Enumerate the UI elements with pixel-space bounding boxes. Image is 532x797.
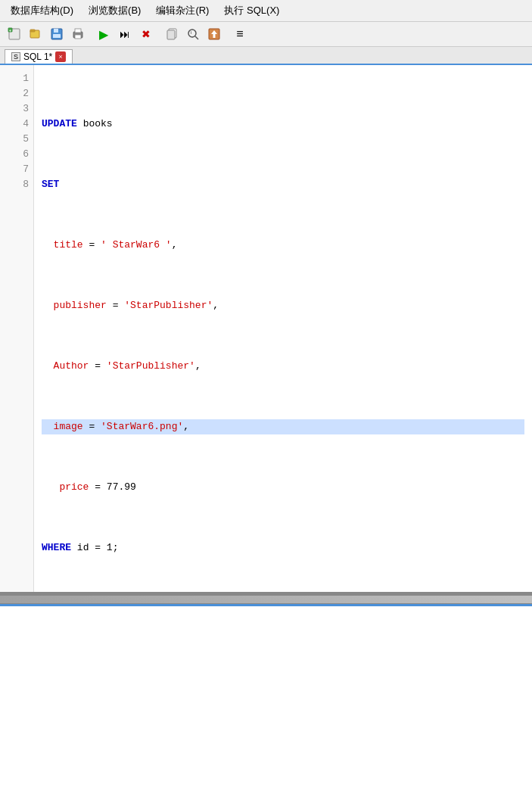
separator-3 [226, 25, 229, 43]
save-button[interactable] [47, 25, 67, 43]
line-num-7: 7 [5, 162, 29, 177]
step-button[interactable]: ⏭ [115, 25, 135, 43]
export-button[interactable] [204, 25, 224, 43]
export-icon [207, 27, 221, 41]
hamburger-icon: ≡ [236, 27, 243, 41]
menu-edit-annotation[interactable]: 编辑杂注(R) [148, 2, 216, 20]
svg-text:+: + [9, 28, 11, 33]
sql-tab-label: SQL 1* [23, 51, 52, 62]
editor-area: 1 2 3 4 5 6 7 8 UPDATE books SET title =… [0, 65, 532, 595]
toolbar: + ▶ ⏭ ✖ [0, 22, 532, 47]
line-num-6: 6 [5, 147, 29, 162]
save-icon [50, 27, 64, 41]
new-db-button[interactable]: + [5, 25, 24, 43]
step-icon: ⏭ [120, 28, 130, 40]
print-icon [71, 27, 85, 41]
search-button[interactable] [183, 25, 203, 43]
code-line-3: title = ' StarWar6 ', [42, 238, 524, 253]
separator-2 [157, 25, 160, 43]
svg-line-15 [195, 36, 198, 39]
code-editor[interactable]: UPDATE books SET title = ' StarWar6 ', p… [34, 65, 532, 592]
svg-rect-8 [53, 34, 61, 38]
line-num-3: 3 [5, 101, 29, 117]
svg-rect-10 [75, 29, 81, 33]
search-icon [186, 27, 200, 41]
sql-tab-1[interactable]: S SQL 1* × [5, 49, 73, 64]
code-line-8: WHERE id = 1; [42, 540, 524, 556]
menu-execute-sql[interactable]: 执行 SQL(X) [216, 2, 287, 20]
run-icon: ▶ [99, 27, 108, 42]
open-icon [29, 27, 42, 41]
line-numbers: 1 2 3 4 5 6 7 8 [0, 65, 34, 592]
separator-1 [89, 25, 92, 43]
menu-button[interactable]: ≡ [230, 25, 250, 43]
run-button[interactable]: ▶ [94, 25, 114, 43]
print-button[interactable] [68, 25, 88, 43]
sql-tab-icon: S [11, 52, 20, 61]
code-line-6: image = 'StarWar6.png', [42, 419, 524, 434]
line-num-1: 1 [5, 71, 29, 86]
svg-rect-13 [167, 30, 175, 39]
middle-blank-area [0, 606, 532, 797]
copy-icon [165, 27, 179, 41]
sql-tab-close[interactable]: × [55, 51, 66, 62]
code-line-7: price = 77.99 [42, 480, 524, 495]
cancel-button[interactable]: ✖ [136, 25, 156, 43]
menu-browse-data[interactable]: 浏览数据(B) [81, 2, 148, 20]
svg-rect-5 [30, 30, 35, 32]
code-line-1: UPDATE books [42, 117, 524, 132]
new-db-icon: + [8, 27, 21, 41]
tab-bar: S SQL 1* × [0, 47, 532, 65]
code-line-2: SET [42, 177, 524, 192]
line-num-5: 5 [5, 132, 29, 147]
code-line-5: Author = 'StarPublisher', [42, 359, 524, 374]
code-line-4: publisher = 'StarPublisher', [42, 298, 524, 313]
line-num-2: 2 [5, 86, 29, 101]
menu-database-structure[interactable]: 数据库结构(D) [3, 2, 81, 20]
svg-rect-11 [75, 35, 81, 39]
horizontal-scrollbar[interactable] [0, 595, 532, 604]
copy-button[interactable] [162, 25, 182, 43]
open-button[interactable] [26, 25, 45, 43]
svg-point-14 [188, 30, 196, 37]
line-num-4: 4 [5, 117, 29, 132]
svg-rect-16 [191, 31, 191, 34]
cancel-icon: ✖ [142, 28, 151, 40]
svg-rect-7 [54, 29, 58, 33]
line-num-8: 8 [5, 177, 29, 192]
menu-bar: 数据库结构(D) 浏览数据(B) 编辑杂注(R) 执行 SQL(X) [0, 0, 532, 22]
